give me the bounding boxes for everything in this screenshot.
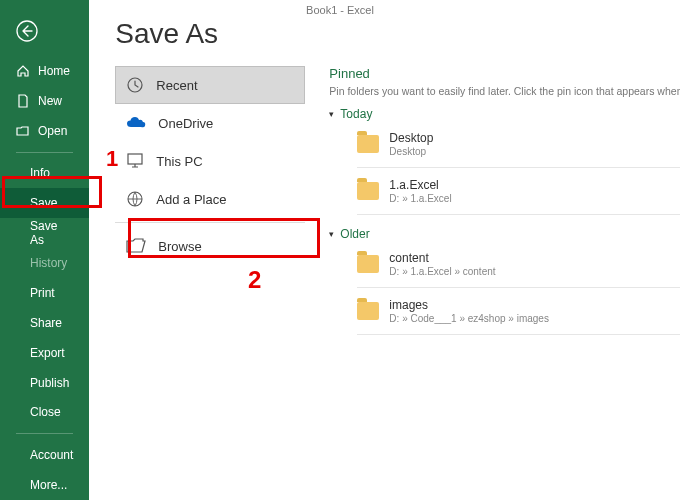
folder-icon: [357, 135, 379, 153]
thispc-icon: [126, 152, 144, 170]
sidebar-item-save-as[interactable]: Save As: [0, 218, 89, 248]
location-label: Add a Place: [156, 192, 226, 207]
sidebar-divider: [16, 152, 73, 153]
svg-rect-2: [128, 154, 142, 164]
row-divider: [357, 287, 680, 288]
folder-name: images: [389, 298, 549, 312]
location-recent[interactable]: Recent: [115, 66, 305, 104]
sidebar-item-history: History: [0, 248, 89, 278]
group-today[interactable]: ▾ Today: [329, 107, 680, 121]
home-icon: [16, 64, 30, 78]
row-divider: [357, 214, 680, 215]
sidebar-label: Account: [30, 448, 73, 462]
page-title: Save As: [115, 18, 680, 50]
sidebar-label: History: [30, 256, 67, 270]
location-label: Recent: [156, 78, 197, 93]
sidebar-item-open[interactable]: Open: [0, 116, 89, 146]
sidebar-label: Save As: [30, 219, 73, 247]
app-root: Home New Open Info Save Save As History …: [0, 0, 680, 500]
folder-name: Desktop: [389, 131, 433, 145]
new-doc-icon: [16, 94, 30, 108]
sidebar-item-more[interactable]: More...: [0, 470, 89, 500]
caret-down-icon: ▾: [329, 109, 334, 119]
folder-path: D: » Code___1 » ez4shop » images: [389, 313, 549, 324]
sidebar-label: Share: [30, 316, 62, 330]
sidebar-item-close[interactable]: Close: [0, 397, 89, 427]
sidebar-item-new[interactable]: New: [0, 86, 89, 116]
group-label: Today: [340, 107, 372, 121]
add-place-icon: [126, 190, 144, 208]
sidebar-label: New: [38, 94, 62, 108]
folder-path: D: » 1.a.Excel » content: [389, 266, 495, 277]
row-divider: [357, 167, 680, 168]
back-button[interactable]: [0, 16, 89, 56]
sidebar-label: Export: [30, 346, 65, 360]
content-columns: Recent OneDrive This PC Add a Place: [115, 66, 680, 341]
folder-icon: [357, 302, 379, 320]
folder-icon: [357, 255, 379, 273]
annotation-box-2: [128, 218, 320, 258]
folder-path: Desktop: [389, 146, 433, 157]
folder-name: 1.a.Excel: [389, 178, 451, 192]
sidebar-label: More...: [30, 478, 67, 492]
sidebar-item-share[interactable]: Share: [0, 308, 89, 338]
folder-row[interactable]: images D: » Code___1 » ez4shop » images: [329, 294, 680, 328]
group-label: Older: [340, 227, 369, 241]
backstage-sidebar: Home New Open Info Save Save As History …: [0, 0, 89, 500]
annotation-label-1: 1: [106, 146, 118, 172]
annotation-box-1: [2, 176, 102, 208]
location-label: This PC: [156, 154, 202, 169]
sidebar-label: Print: [30, 286, 55, 300]
folder-name: content: [389, 251, 495, 265]
sidebar-label: Close: [30, 405, 61, 419]
caret-down-icon: ▾: [329, 229, 334, 239]
folder-icon: [357, 182, 379, 200]
back-arrow-icon: [16, 20, 38, 42]
pinned-panel: Pinned Pin folders you want to easily fi…: [329, 66, 680, 341]
row-divider: [357, 334, 680, 335]
location-add-place[interactable]: Add a Place: [115, 180, 305, 218]
folder-row[interactable]: content D: » 1.a.Excel » content: [329, 247, 680, 281]
sidebar-item-export[interactable]: Export: [0, 338, 89, 368]
location-this-pc[interactable]: This PC: [115, 142, 305, 180]
sidebar-label: Open: [38, 124, 67, 138]
sidebar-item-print[interactable]: Print: [0, 278, 89, 308]
pinned-help-text: Pin folders you want to easily find late…: [329, 85, 680, 97]
annotation-label-2: 2: [248, 266, 261, 294]
sidebar-label: Home: [38, 64, 70, 78]
onedrive-icon: [126, 116, 146, 130]
open-folder-icon: [16, 124, 30, 138]
pinned-heading: Pinned: [329, 66, 680, 81]
folder-path: D: » 1.a.Excel: [389, 193, 451, 204]
folder-row[interactable]: 1.a.Excel D: » 1.a.Excel: [329, 174, 680, 208]
sidebar-item-home[interactable]: Home: [0, 56, 89, 86]
group-older[interactable]: ▾ Older: [329, 227, 680, 241]
sidebar-item-publish[interactable]: Publish: [0, 368, 89, 398]
location-onedrive[interactable]: OneDrive: [115, 104, 305, 142]
location-label: OneDrive: [158, 116, 213, 131]
folder-row[interactable]: Desktop Desktop: [329, 127, 680, 161]
sidebar-item-account[interactable]: Account: [0, 440, 89, 470]
clock-icon: [126, 76, 144, 94]
location-list: Recent OneDrive This PC Add a Place: [115, 66, 305, 341]
sidebar-label: Publish: [30, 376, 69, 390]
sidebar-divider: [16, 433, 73, 434]
